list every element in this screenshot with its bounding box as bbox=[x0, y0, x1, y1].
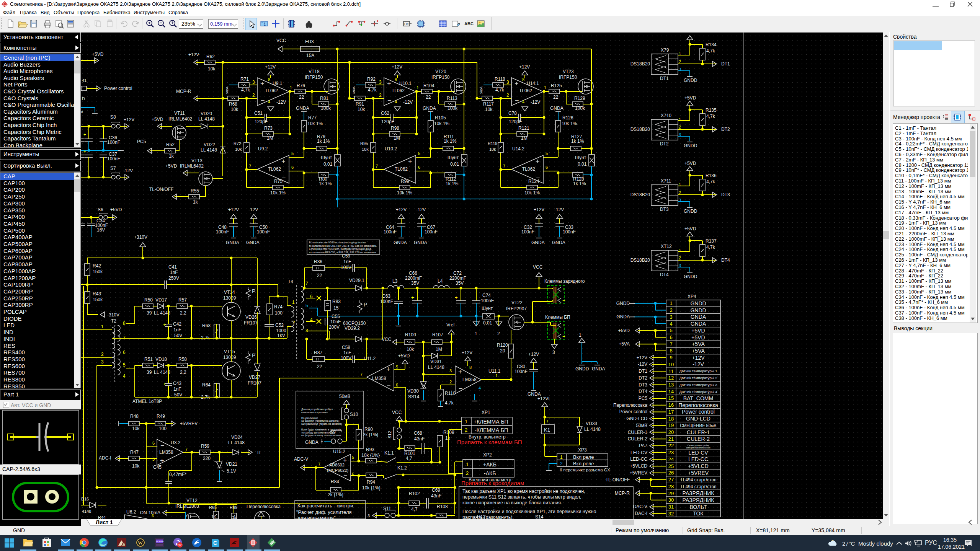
svg-text:3: 3 bbox=[552, 350, 555, 355]
svg-text:R43: R43 bbox=[93, 291, 101, 297]
svg-text:R107: R107 bbox=[432, 332, 443, 337]
svg-text:R110: R110 bbox=[445, 391, 456, 396]
svg-text:5: 5 bbox=[670, 328, 672, 333]
svg-text:1k 1%: 1k 1% bbox=[317, 139, 330, 144]
svg-text:+5VD: +5VD bbox=[684, 226, 696, 231]
svg-text:C62: C62 bbox=[381, 111, 389, 116]
svg-text:+12V: +12V bbox=[124, 117, 134, 122]
svg-text:7: 7 bbox=[185, 447, 188, 452]
svg-text:100: 100 bbox=[275, 310, 283, 316]
svg-text:1nF: 1nF bbox=[343, 259, 351, 264]
svg-text:2: 2 bbox=[449, 380, 452, 384]
svg-text:23: 23 bbox=[668, 450, 674, 455]
svg-text:2: 2 bbox=[465, 427, 467, 433]
svg-text:U12: U12 bbox=[477, 514, 485, 519]
svg-text:1k: 1k bbox=[169, 153, 174, 159]
svg-text:0,01: 0,01 bbox=[483, 320, 492, 326]
svg-text:100nF: 100nF bbox=[216, 229, 229, 235]
svg-text:Клеммы БП: Клеммы БП bbox=[545, 315, 570, 320]
svg-text:4,7k: 4,7k bbox=[495, 87, 505, 93]
svg-text:+5VD: +5VD bbox=[684, 161, 696, 166]
svg-text:+12V: +12V bbox=[188, 52, 199, 57]
svg-text:C41: C41 bbox=[168, 264, 177, 270]
svg-text:1: 1 bbox=[560, 455, 563, 460]
svg-text:-АКБ: -АКБ bbox=[484, 470, 496, 476]
svg-text:LL 4148: LL 4148 bbox=[201, 147, 217, 153]
svg-text:6: 6 bbox=[291, 165, 294, 170]
svg-text:10k: 10k bbox=[407, 347, 414, 352]
svg-text:SS14: SS14 bbox=[408, 394, 420, 399]
svg-text:+12V: +12V bbox=[396, 207, 407, 212]
svg-text:8: 8 bbox=[469, 365, 472, 370]
svg-text:2200mF: 2200mF bbox=[405, 276, 422, 281]
svg-text:26: 26 bbox=[668, 470, 674, 476]
svg-text:После настройки и подключения: После настройки и подключения ХР1, эти п… bbox=[462, 509, 596, 514]
svg-text:60CPQ150: 60CPQ150 bbox=[343, 321, 366, 326]
svg-text:C: C bbox=[213, 540, 217, 546]
svg-text:XP2: XP2 bbox=[483, 452, 492, 458]
svg-text:19: 19 bbox=[668, 422, 674, 428]
svg-text:5: 5 bbox=[123, 362, 126, 368]
svg-text:2: 2 bbox=[679, 125, 681, 129]
svg-text:R71: R71 bbox=[240, 77, 249, 82]
svg-text:7: 7 bbox=[376, 164, 378, 168]
svg-text:GNDD: GNDD bbox=[690, 307, 706, 313]
svg-text:R113: R113 bbox=[447, 96, 457, 101]
svg-text:DT4: DT4 bbox=[639, 389, 647, 394]
svg-text:1k 1%: 1k 1% bbox=[571, 139, 584, 144]
svg-text:W: W bbox=[138, 540, 143, 546]
svg-text:100k: 100k bbox=[448, 106, 458, 111]
svg-text:+12V: +12V bbox=[265, 64, 276, 70]
svg-text:10k: 10k bbox=[132, 426, 140, 431]
svg-text:VD29.2: VD29.2 bbox=[345, 326, 360, 331]
svg-text:1kV: 1kV bbox=[277, 333, 285, 338]
svg-text:+12V: +12V bbox=[637, 355, 647, 360]
svg-text:R36: R36 bbox=[314, 259, 322, 264]
svg-text:-12V: -12V bbox=[638, 362, 647, 367]
svg-text:R91: R91 bbox=[356, 101, 364, 107]
svg-text:DT3: DT3 bbox=[721, 192, 730, 197]
svg-text:12: 12 bbox=[668, 375, 674, 381]
svg-text:+5VD: +5VD bbox=[165, 163, 177, 169]
svg-text:VD21: VD21 bbox=[226, 461, 237, 467]
svg-text:3: 3 bbox=[368, 514, 370, 518]
svg-text:C74: C74 bbox=[482, 293, 491, 298]
svg-text:2k {1%}: 2k {1%} bbox=[328, 492, 343, 497]
svg-text:−: − bbox=[459, 385, 463, 392]
svg-text:1: 1 bbox=[416, 85, 419, 90]
svg-text:+КЛЕММА БП: +КЛЕММА БП bbox=[474, 419, 508, 425]
svg-text:GNDA: GNDA bbox=[226, 240, 239, 245]
svg-text:GNDA: GNDA bbox=[480, 86, 483, 95]
svg-text:5: 5 bbox=[152, 457, 155, 461]
svg-text:4,7: 4,7 bbox=[406, 456, 412, 461]
svg-text:GND-LCD: GND-LCD bbox=[626, 416, 647, 421]
svg-text:C59: C59 bbox=[342, 253, 350, 259]
svg-text:100nF: 100nF bbox=[425, 229, 438, 235]
svg-text:120pF: 120pF bbox=[255, 119, 268, 124]
svg-text:1M: 1M bbox=[521, 135, 528, 141]
svg-text:5: 5 bbox=[352, 455, 354, 460]
svg-text:R50: R50 bbox=[144, 297, 153, 303]
svg-text:15: 15 bbox=[333, 305, 339, 311]
svg-text:LM358: LM358 bbox=[159, 450, 173, 455]
svg-text:1M: 1M bbox=[394, 135, 400, 141]
svg-text:D16: D16 bbox=[81, 497, 89, 501]
svg-text:GNDA: GNDA bbox=[550, 106, 564, 111]
svg-text:TL062: TL062 bbox=[265, 88, 278, 93]
svg-text:-КЛЕММА БП: -КЛЕММА БП bbox=[475, 427, 508, 433]
svg-text:XP3: XP3 bbox=[578, 447, 587, 453]
svg-text:U3.2: U3.2 bbox=[171, 440, 181, 445]
svg-text:1: 1 bbox=[290, 85, 292, 90]
svg-text:2: 2 bbox=[379, 93, 382, 98]
svg-text:Шунт: Шунт bbox=[448, 155, 459, 160]
svg-text:4,7k: 4,7k bbox=[368, 87, 377, 93]
svg-text:C52: C52 bbox=[275, 323, 284, 328]
svg-text:VCC: VCC bbox=[533, 264, 543, 270]
svg-text:T4: T4 bbox=[288, 279, 293, 284]
svg-text:10k: 10k bbox=[235, 147, 242, 152]
svg-text:U6.2: U6.2 bbox=[126, 509, 136, 515]
svg-text:15: 15 bbox=[668, 395, 674, 401]
svg-text:для вольтметра": для вольтметра" bbox=[297, 515, 336, 519]
svg-text:R102: R102 bbox=[409, 491, 420, 496]
svg-text:150k: 150k bbox=[93, 297, 103, 302]
